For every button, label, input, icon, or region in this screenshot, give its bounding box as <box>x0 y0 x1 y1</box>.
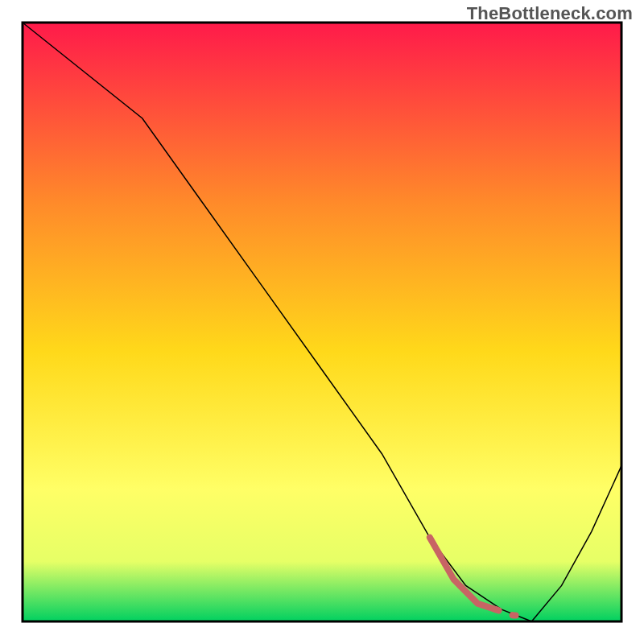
chart-container: TheBottleneck.com <box>0 0 644 644</box>
watermark-text: TheBottleneck.com <box>467 3 633 24</box>
bottleneck-chart <box>0 0 644 644</box>
plot-background <box>23 23 621 621</box>
